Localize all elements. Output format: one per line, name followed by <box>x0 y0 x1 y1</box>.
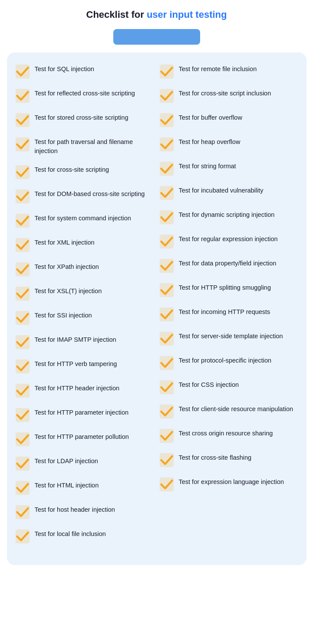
item-label: Test for client-side resource manipulati… <box>179 403 293 414</box>
checkmark-icon <box>159 209 175 225</box>
list-item: Test for host header injection <box>15 503 155 520</box>
list-item: Test for SSI injection <box>15 309 155 326</box>
item-label: Test for buffer overflow <box>179 111 242 122</box>
list-item: Test for buffer overflow <box>159 111 299 128</box>
checkmark-icon <box>159 477 175 492</box>
list-item: Test for XSL(T) injection <box>15 285 155 301</box>
list-item: Test for heap overflow <box>159 136 299 152</box>
item-label: Test for cross-site script inclusion <box>179 87 271 98</box>
list-item: Test for cross-site flashing <box>159 451 299 468</box>
item-label: Test for cross-site scripting <box>35 163 109 174</box>
item-label: Test cross origin resource sharing <box>179 427 273 438</box>
item-label: Test for XML injection <box>35 236 95 247</box>
checkmark-icon <box>159 234 175 249</box>
checkmark-icon <box>15 383 30 399</box>
item-label: Test for path traversal and filename inj… <box>35 136 155 156</box>
checklist-container: Test for SQL injection Test for reflecte… <box>7 52 306 565</box>
list-item: Test for SQL injection <box>15 63 155 79</box>
list-item: Test for string format <box>159 160 299 177</box>
item-label: Test for XPath injection <box>35 261 99 271</box>
checkmark-icon <box>15 213 30 229</box>
checkmark-icon <box>159 452 175 468</box>
tab-bar[interactable] <box>113 29 200 45</box>
list-item: Test for HTTP verb tampering <box>15 358 155 374</box>
list-item: Test for reflected cross-site scripting <box>15 87 155 104</box>
list-item: Test for incoming HTTP requests <box>159 306 299 322</box>
checkmark-icon <box>15 504 30 520</box>
checkmark-icon <box>15 262 30 277</box>
item-label: Test for HTML injection <box>35 479 99 490</box>
list-item: Test for stored cross-site scripting <box>15 111 155 128</box>
list-item: Test for HTTP splitting smuggling <box>159 281 299 298</box>
item-label: Test for local file inclusion <box>35 528 106 539</box>
list-item: Test for HTTP parameter injection <box>15 406 155 423</box>
list-item: Test for LDAP injection <box>15 455 155 471</box>
item-label: Test for data property/field injection <box>179 257 277 268</box>
list-item: Test for regular expression injection <box>159 233 299 249</box>
checkmark-icon <box>15 64 30 79</box>
item-label: Test for incoming HTTP requests <box>179 306 270 317</box>
list-item: Test for server-side template injection <box>159 330 299 347</box>
item-label: Test for SSI injection <box>35 309 92 320</box>
list-item: Test for HTTP parameter pollution <box>15 431 155 447</box>
item-label: Test for LDAP injection <box>35 455 98 466</box>
list-item: Test for local file inclusion <box>15 528 155 544</box>
list-item: Test for cross-site script inclusion <box>159 87 299 104</box>
left-column: Test for SQL injection Test for reflecte… <box>15 63 155 552</box>
checkmark-icon <box>15 237 30 253</box>
checkmark-icon <box>159 88 175 104</box>
checkmark-icon <box>159 331 175 347</box>
item-label: Test for stored cross-site scripting <box>35 111 128 122</box>
item-label: Test for expression language injection <box>179 476 284 487</box>
list-item: Test for XPath injection <box>15 261 155 277</box>
list-item: Test for protocol-specific injection <box>159 354 299 371</box>
list-item: Test for system command injection <box>15 212 155 229</box>
item-label: Test for dynamic scripting injection <box>179 209 275 219</box>
checkmark-icon <box>15 189 30 204</box>
right-column: Test for remote file inclusion Test for … <box>159 63 299 552</box>
item-label: Test for CSS injection <box>179 379 239 389</box>
checkmark-icon <box>15 137 30 152</box>
checkmark-icon <box>159 379 175 395</box>
item-label: Test for HTTP parameter injection <box>35 406 129 417</box>
item-label: Test for HTTP parameter pollution <box>35 431 129 441</box>
item-label: Test for server-side template injection <box>179 330 283 341</box>
checkmark-icon <box>159 355 175 371</box>
item-label: Test for system command injection <box>35 212 131 223</box>
list-item: Test for HTML injection <box>15 479 155 496</box>
checkmark-icon <box>15 480 30 496</box>
checkmark-icon <box>159 258 175 274</box>
checkmark-icon <box>15 529 30 544</box>
item-label: Test for HTTP splitting smuggling <box>179 281 271 292</box>
checkmark-icon <box>159 282 175 298</box>
page-title: Checklist for user input testing <box>86 9 227 21</box>
checkmark-icon <box>159 404 175 419</box>
item-label: Test for HTTP verb tampering <box>35 358 117 369</box>
checkmark-icon <box>15 456 30 471</box>
checkmark-icon <box>15 88 30 104</box>
item-label: Test for remote file inclusion <box>179 63 257 74</box>
item-label: Test for cross-site flashing <box>179 451 252 462</box>
list-item: Test for expression language injection <box>159 476 299 492</box>
list-item: Test for dynamic scripting injection <box>159 209 299 225</box>
list-item: Test for incubated vulnerability <box>159 184 299 201</box>
checkmark-icon <box>15 286 30 301</box>
item-label: Test for IMAP SMTP injection <box>35 333 116 344</box>
item-label: Test for HTTP header injection <box>35 382 120 393</box>
checkmark-icon <box>159 307 175 322</box>
item-label: Test for host header injection <box>35 503 115 514</box>
list-item: Test for cross-site scripting <box>15 163 155 180</box>
list-item: Test for remote file inclusion <box>159 63 299 79</box>
item-label: Test for XSL(T) injection <box>35 285 102 296</box>
checkmark-icon <box>159 161 175 177</box>
checkmark-icon <box>159 185 175 201</box>
checkmark-icon <box>15 432 30 447</box>
checkmark-icon <box>159 428 175 444</box>
item-label: Test for heap overflow <box>179 136 241 147</box>
item-label: Test for regular expression injection <box>179 233 278 244</box>
item-label: Test for SQL injection <box>35 63 94 74</box>
item-label: Test for incubated vulnerability <box>179 184 264 195</box>
checkmark-icon <box>159 112 175 128</box>
list-item: Test cross origin resource sharing <box>159 427 299 444</box>
item-label: Test for protocol-specific injection <box>179 354 272 365</box>
